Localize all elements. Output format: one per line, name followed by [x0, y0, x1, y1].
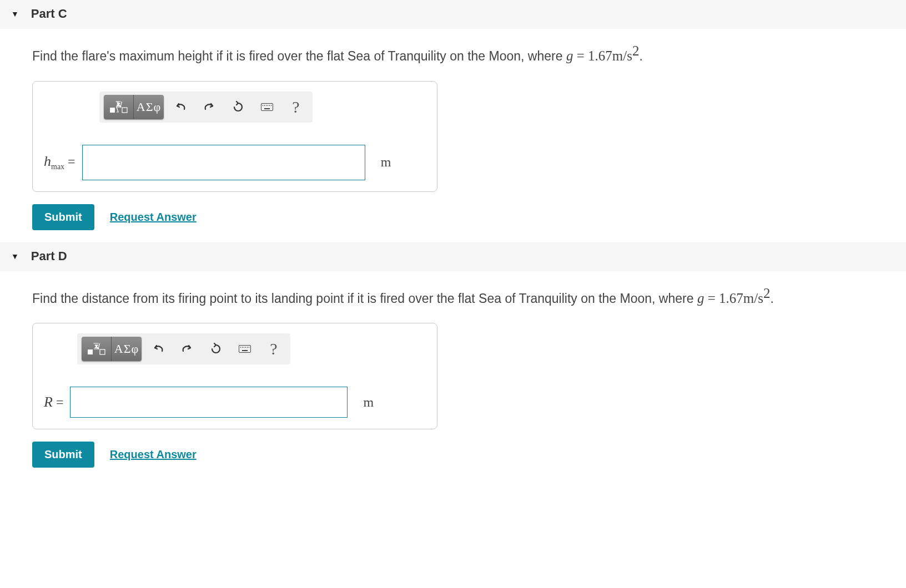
eq-sign: =	[64, 154, 76, 169]
redo-icon	[180, 342, 194, 356]
prompt-var: g	[697, 290, 704, 305]
part-d-title: Part D	[31, 249, 67, 263]
prompt-exp: 2	[632, 43, 640, 58]
redo-button[interactable]	[175, 337, 199, 361]
undo-icon	[174, 100, 187, 114]
svg-rect-2	[122, 108, 127, 113]
answer-panel-d: x ΑΣφ	[32, 323, 437, 429]
part-d-header[interactable]: ▼ Part D	[0, 242, 906, 271]
templates-button[interactable]: x	[104, 95, 134, 119]
template-group: x ΑΣφ	[82, 337, 142, 361]
help-button[interactable]: ?	[284, 95, 308, 119]
prompt-var: g	[566, 48, 573, 63]
redo-icon	[203, 100, 216, 114]
redo-button[interactable]	[197, 95, 222, 119]
template-icon: x	[109, 100, 128, 114]
greek-label: ΑΣφ	[114, 342, 139, 356]
undo-button[interactable]	[146, 337, 170, 361]
prompt-post: .	[639, 49, 642, 63]
svg-rect-3	[88, 349, 93, 354]
request-answer-link-c[interactable]: Request Answer	[110, 211, 197, 224]
collapse-caret-icon: ▼	[11, 9, 19, 18]
answer-label-c: hmax =	[44, 153, 76, 171]
greek-label: ΑΣφ	[137, 100, 161, 114]
greek-button[interactable]: ΑΣφ	[112, 337, 142, 361]
answer-input-d[interactable]	[70, 387, 348, 418]
answer-unit-d: m	[363, 395, 374, 410]
help-label: ?	[270, 339, 277, 358]
reset-button[interactable]	[226, 95, 250, 119]
undo-button[interactable]	[168, 95, 193, 119]
keyboard-icon	[239, 345, 251, 353]
part-c-header[interactable]: ▼ Part C	[0, 0, 906, 29]
answer-input-c[interactable]	[82, 145, 365, 180]
reset-icon	[209, 342, 223, 356]
submit-button-c[interactable]: Submit	[32, 204, 94, 230]
reset-button[interactable]	[204, 337, 228, 361]
svg-rect-0	[110, 108, 115, 113]
help-label: ?	[292, 98, 299, 116]
equation-toolbar: x ΑΣφ	[77, 333, 290, 364]
part-c-title: Part C	[31, 7, 67, 21]
prompt-eq: =	[704, 290, 719, 305]
template-group: x ΑΣφ	[104, 95, 164, 119]
eq-sign: =	[53, 395, 64, 409]
prompt-val: 1.67m/s	[719, 290, 763, 305]
answer-unit-c: m	[381, 155, 391, 170]
collapse-caret-icon: ▼	[11, 252, 19, 261]
help-button[interactable]: ?	[261, 337, 286, 361]
part-d-prompt: Find the distance from its firing point …	[32, 283, 906, 308]
var-main: R	[44, 394, 53, 410]
svg-rect-5	[100, 349, 105, 354]
prompt-text: Find the distance from its firing point …	[32, 291, 697, 305]
var-main: h	[44, 153, 51, 169]
prompt-post: .	[770, 291, 773, 305]
prompt-val: 1.67m/s	[588, 48, 632, 63]
prompt-eq: =	[573, 48, 588, 63]
request-answer-link-d[interactable]: Request Answer	[110, 448, 197, 461]
templates-button[interactable]: x	[82, 337, 112, 361]
prompt-exp: 2	[763, 286, 771, 301]
submit-button-d[interactable]: Submit	[32, 442, 94, 468]
keyboard-button[interactable]	[255, 95, 279, 119]
part-c-body: Find the flare's maximum height if it is…	[0, 29, 906, 242]
keyboard-icon	[261, 103, 273, 111]
answer-label-d: R =	[44, 394, 63, 410]
var-sub: max	[51, 163, 64, 171]
prompt-text: Find the flare's maximum height if it is…	[32, 49, 566, 63]
answer-panel-c: x ΑΣφ	[32, 81, 437, 192]
keyboard-button[interactable]	[233, 337, 257, 361]
part-d-body: Find the distance from its firing point …	[0, 271, 906, 480]
answer-row-d: R = m	[44, 387, 426, 418]
greek-button[interactable]: ΑΣφ	[134, 95, 164, 119]
reset-icon	[231, 100, 245, 114]
undo-icon	[152, 342, 165, 356]
part-c-prompt: Find the flare's maximum height if it is…	[32, 41, 906, 65]
equation-toolbar: x ΑΣφ	[99, 92, 313, 123]
actions-c: Submit Request Answer	[32, 204, 906, 230]
template-icon: x	[87, 342, 106, 356]
actions-d: Submit Request Answer	[32, 442, 906, 468]
answer-row-c: hmax = m	[44, 145, 426, 180]
